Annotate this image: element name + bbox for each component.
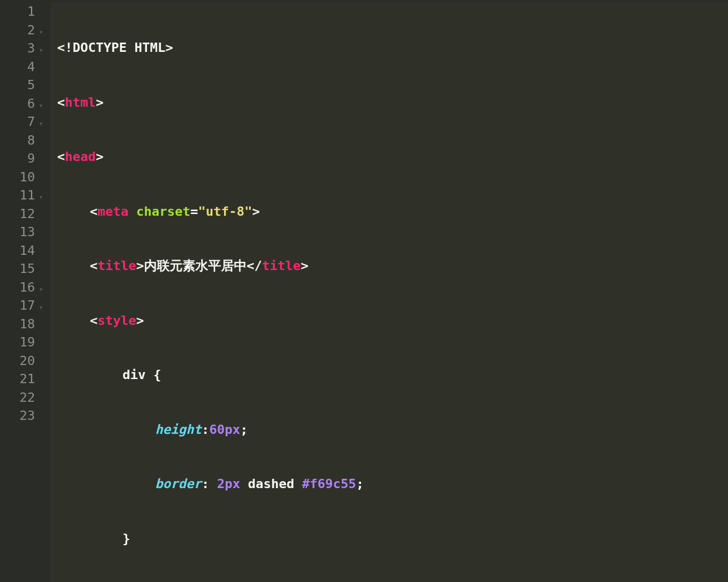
line-number: 21 — [20, 370, 36, 388]
fold-icon[interactable]: ▾ — [37, 41, 43, 59]
line-number: 23 — [20, 406, 36, 425]
line-number: 19 — [20, 333, 36, 351]
line-number-gutter: 1 2▾ 3▾ 4 5 6▾ 7▾ 8 9 10 11▾ 12 13 14 15… — [0, 2, 50, 582]
fold-icon[interactable]: ▾ — [37, 281, 43, 299]
code-area[interactable]: <!DOCTYPE HTML> <html> <head> <meta char… — [50, 2, 728, 582]
line-number: 18 — [20, 315, 36, 333]
line-number: 8 — [27, 131, 35, 149]
fold-icon[interactable]: ▾ — [37, 299, 43, 317]
line-number: 10 — [20, 168, 36, 186]
line-number: 22 — [20, 388, 36, 406]
code-line: <title>内联元素水平居中</title> — [57, 257, 728, 275]
code-line: <head> — [57, 148, 728, 166]
code-line: <!DOCTYPE HTML> — [57, 38, 728, 57]
line-number: 17 — [20, 296, 36, 314]
code-line: } — [57, 530, 728, 548]
line-number: 14 — [20, 241, 36, 260]
code-line: <html> — [57, 93, 728, 112]
line-number: 1 — [27, 2, 35, 20]
line-number: 2 — [27, 21, 35, 39]
code-line: <meta charset="utf-8"> — [57, 202, 728, 221]
line-number: 9 — [27, 149, 35, 167]
line-number: 4 — [27, 58, 35, 76]
line-number: 13 — [20, 223, 36, 241]
code-line: height:60px; — [57, 420, 728, 439]
fold-icon[interactable]: ▾ — [37, 97, 43, 115]
line-number: 20 — [20, 352, 36, 370]
code-line: div { — [57, 366, 728, 384]
line-number: 5 — [27, 76, 35, 94]
line-number: 3 — [27, 39, 35, 57]
code-line: <style> — [57, 311, 728, 330]
code-line: border: 2px dashed #f69c55; — [57, 475, 728, 493]
fold-icon[interactable]: ▾ — [37, 23, 43, 41]
code-editor[interactable]: 1 2▾ 3▾ 4 5 6▾ 7▾ 8 9 10 11▾ 12 13 14 15… — [0, 0, 728, 582]
line-number: 7 — [27, 113, 35, 131]
line-number: 15 — [20, 260, 36, 278]
line-number: 12 — [20, 205, 36, 223]
line-number: 6 — [27, 94, 35, 113]
line-number: 16 — [20, 278, 36, 296]
line-number: 11 — [20, 186, 36, 204]
fold-icon[interactable]: ▾ — [37, 115, 43, 133]
fold-icon[interactable]: ▾ — [37, 188, 43, 206]
